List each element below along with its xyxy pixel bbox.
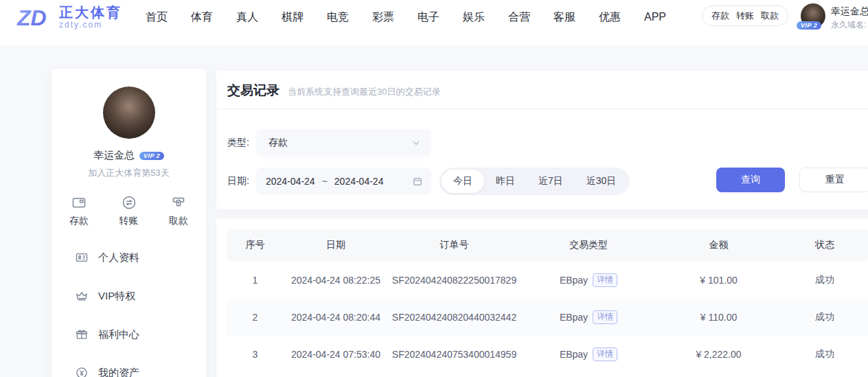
col-header-amount: 金额	[656, 229, 781, 262]
nav-item-promotions[interactable]: 优惠	[599, 10, 621, 25]
sidebar-menu: 个人资料 VIP特权	[52, 238, 206, 377]
date-from-value: 2024-04-24	[266, 176, 315, 187]
cell-type: EBpay 详情	[521, 336, 656, 373]
user-block: VIP 2 幸运金总 永久域名: z	[801, 3, 868, 34]
range-yesterday-button[interactable]: 昨日	[484, 170, 527, 193]
range-30days-button[interactable]: 近30日	[575, 170, 628, 193]
cell-date: 2024-04-24 07:53:40	[284, 336, 388, 373]
sidebar-item-label: 个人资料	[98, 251, 139, 264]
withdraw-link[interactable]: 取款	[761, 10, 779, 22]
nav-item-partner[interactable]: 合营	[508, 10, 530, 25]
transaction-table-card: 序号 日期 订单号 交易类型 金额 状态 1 2024-04-24 08:22:…	[216, 218, 868, 377]
nav-item-cards[interactable]: 棋牌	[282, 10, 304, 25]
detail-tag-button[interactable]: 详情	[593, 310, 617, 324]
brand-logo[interactable]: ZD 正大体育 zdty.com	[16, 3, 122, 32]
page-root: ZD 正大体育 zdty.com 首页 体育 真人 棋牌 电竞 彩票 电子 娱乐…	[0, 0, 868, 377]
id-card-icon	[75, 251, 89, 264]
cell-date: 2024-04-24 08:20:44	[284, 299, 388, 336]
detail-tag-button[interactable]: 详情	[593, 347, 617, 361]
payment-type: EBpay	[560, 312, 588, 323]
withdraw-icon	[170, 194, 187, 211]
date-filter-label: 日期:	[227, 175, 256, 187]
sidebar-transfer-button[interactable]: 转账	[119, 194, 139, 227]
quick-action-label: 转账	[119, 215, 139, 227]
nav-item-slots[interactable]: 电子	[418, 10, 439, 25]
col-header-order: 订单号	[388, 229, 521, 262]
date-range-input[interactable]: 2024-04-24 ~ 2024-04-24	[256, 168, 431, 195]
cell-index: 1	[227, 262, 284, 299]
sidebar-item-welfare[interactable]: 福利中心	[52, 315, 206, 354]
nav-item-support[interactable]: 客服	[553, 10, 575, 25]
type-select[interactable]: 存款	[256, 129, 431, 157]
transaction-filter-card: 交易记录 当前系统支持查询最近30日的交易记录 类型: 存款 日期: 2024-…	[216, 71, 868, 209]
nav-item-entertainment[interactable]: 娱乐	[463, 10, 485, 25]
cell-type: EBpay 详情	[521, 262, 656, 299]
nav-item-sports[interactable]: 体育	[191, 10, 213, 25]
type-select-value: 存款	[269, 137, 411, 149]
cell-order: SF202404240822250017829	[388, 262, 521, 299]
nav-item-app[interactable]: APP	[644, 11, 666, 23]
top-nav-bar: ZD 正大体育 zdty.com 首页 体育 真人 棋牌 电竞 彩票 电子 娱乐…	[0, 0, 868, 45]
status-badge: 成功	[781, 336, 868, 373]
page-subtitle: 当前系统支持查询最近30日的交易记录	[288, 86, 440, 98]
wallet-quick-pill: 存款 转账 取款	[702, 5, 788, 26]
cell-amount: ¥ 2,222.00	[656, 336, 781, 373]
search-button[interactable]: 查询	[716, 168, 785, 192]
gift-icon	[75, 328, 89, 341]
detail-tag-button[interactable]: 详情	[593, 273, 617, 287]
quick-action-label: 存款	[69, 215, 89, 227]
user-name: 幸运金总	[93, 149, 135, 162]
quick-range-segmented: 今日 昨日 近7日 近30日	[439, 168, 630, 195]
transfer-link[interactable]: 转账	[736, 10, 754, 22]
sidebar-withdraw-button[interactable]: 取款	[169, 194, 188, 227]
col-header-index: 序号	[227, 229, 284, 262]
type-filter-label: 类型:	[227, 137, 256, 149]
transfer-icon	[121, 194, 137, 211]
vip-badge: VIP 2	[139, 152, 164, 160]
page-title-row: 交易记录 当前系统支持查询最近30日的交易记录	[216, 71, 868, 109]
deposit-link[interactable]: 存款	[711, 10, 729, 22]
transaction-table: 序号 日期 订单号 交易类型 金额 状态 1 2024-04-24 08:22:…	[227, 229, 868, 373]
nav-item-home[interactable]: 首页	[146, 10, 168, 25]
cell-index: 2	[227, 299, 284, 336]
status-badge: 成功	[781, 262, 868, 299]
join-days-note: 加入正大体育第53天	[52, 167, 206, 179]
range-today-button[interactable]: 今日	[442, 170, 484, 193]
vip-badge: VIP 2	[797, 21, 821, 30]
svg-text:ZD: ZD	[16, 5, 47, 30]
brand-domain: zdty.com	[59, 20, 122, 30]
nav-item-live[interactable]: 真人	[236, 10, 258, 25]
sidebar-item-vip[interactable]: VIP特权	[52, 277, 206, 315]
quick-action-label: 取款	[169, 215, 188, 227]
sidebar-deposit-button[interactable]: 存款	[69, 194, 89, 227]
status-badge: 成功	[781, 299, 868, 336]
sidebar-item-label: VIP特权	[98, 290, 135, 303]
sidebar: 幸运金总 VIP 2 加入正大体育第53天 存款	[52, 69, 206, 377]
type-filter-row: 类型: 存款	[227, 129, 868, 157]
sidebar-item-assets[interactable]: 我的资产	[52, 354, 206, 377]
table-header-row: 序号 日期 订单号 交易类型 金额 状态	[227, 229, 868, 262]
col-header-status: 状态	[781, 229, 868, 262]
avatar	[103, 87, 155, 139]
page-title: 交易记录	[227, 82, 279, 100]
assets-icon	[75, 366, 89, 377]
range-7days-button[interactable]: 近7日	[527, 170, 575, 193]
brand-name: 正大体育	[59, 5, 122, 20]
nav-item-lottery[interactable]: 彩票	[372, 10, 394, 25]
sidebar-item-profile[interactable]: 个人资料	[52, 238, 206, 277]
crown-icon	[75, 289, 89, 303]
calendar-icon	[412, 176, 423, 187]
reset-button[interactable]: 重置	[799, 168, 868, 192]
cell-index: 3	[227, 336, 284, 373]
cell-amount: ¥ 101.00	[656, 262, 781, 299]
nav-item-esports[interactable]: 电竞	[327, 10, 349, 25]
table-row: 1 2024-04-24 08:22:25 SF2024042408222500…	[227, 262, 868, 299]
chevron-down-icon	[411, 137, 422, 148]
brand-text: 正大体育 zdty.com	[59, 5, 122, 30]
date-to-value: 2024-04-24	[334, 176, 384, 187]
sidebar-user-row: 幸运金总 VIP 2	[52, 149, 206, 162]
cell-order: SF202404240820440032442	[388, 299, 521, 336]
table-row: 2 2024-04-24 08:20:44 SF2024042408204400…	[227, 299, 868, 336]
main-navigation: 首页 体育 真人 棋牌 电竞 彩票 电子 娱乐 合营 客服 优惠 APP	[146, 0, 666, 34]
cell-amount: ¥ 110.00	[656, 299, 781, 336]
